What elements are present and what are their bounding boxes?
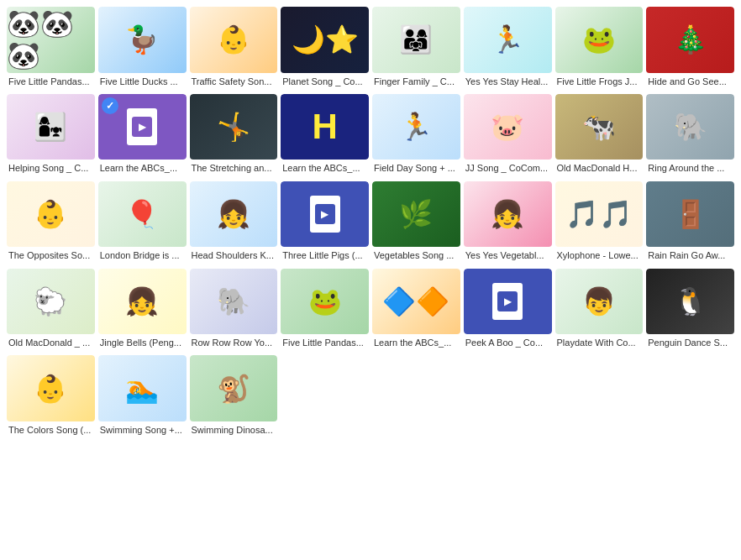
video-item[interactable]: 🌿Vegetables Song ... bbox=[372, 181, 460, 265]
video-item[interactable]: 🎈London Bridge is ... bbox=[98, 181, 187, 265]
video-item[interactable]: 👩‍👧Helping Song _ C... bbox=[7, 94, 95, 178]
video-item[interactable]: 🤸The Stretching an... bbox=[190, 94, 278, 178]
video-thumbnail: 🐘 bbox=[646, 94, 734, 160]
video-item[interactable]: 👦Playdate With Co... bbox=[555, 269, 644, 353]
video-label: Learn the ABCs_... bbox=[281, 160, 369, 177]
video-thumbnail: 🦆 bbox=[98, 7, 187, 73]
video-thumbnail: 👧 bbox=[98, 269, 187, 335]
video-thumbnail: 👧 bbox=[190, 181, 278, 248]
video-item[interactable]: 🐘Row Row Row Yo... bbox=[190, 269, 278, 353]
video-thumbnail: 🐸 bbox=[555, 7, 644, 73]
video-thumbnail: 👨‍👩‍👧 bbox=[372, 7, 460, 73]
video-thumbnail: 🎄 bbox=[646, 7, 734, 73]
video-label: The Stretching an... bbox=[190, 160, 278, 177]
video-item[interactable]: 🐸Five Little Pandas... bbox=[281, 269, 369, 353]
video-item[interactable]: 🏊Swimming Song +... bbox=[98, 355, 187, 439]
video-label: Finger Family _ C... bbox=[372, 73, 460, 91]
video-grid: 🐼🐼🐼Five Little Pandas...🦆Five Little Duc… bbox=[0, 0, 741, 446]
video-thumbnail: 🐼🐼🐼 bbox=[7, 7, 95, 73]
video-label: Five Little Pandas... bbox=[7, 73, 95, 91]
video-thumbnail: 👦 bbox=[555, 269, 644, 335]
video-label: JJ Song _ CoCom... bbox=[464, 160, 552, 177]
video-item[interactable]: 🐧Penguin Dance S... bbox=[646, 269, 734, 353]
video-thumbnail: H bbox=[281, 94, 369, 160]
video-label: Field Day Song + ... bbox=[372, 160, 460, 177]
video-thumbnail: 🐘 bbox=[190, 269, 278, 335]
video-label: Hide and Go See... bbox=[646, 73, 734, 91]
video-item[interactable]: 🐘Ring Around the ... bbox=[646, 94, 734, 178]
video-item[interactable]: 👶The Opposites So... bbox=[7, 181, 95, 265]
video-item[interactable]: 🏃Yes Yes Stay Heal... bbox=[464, 7, 552, 91]
video-item[interactable]: 🔷🔶Learn the ABCs_... bbox=[372, 269, 460, 353]
video-item[interactable]: 🏃Field Day Song + ... bbox=[372, 94, 460, 178]
video-item[interactable]: HLearn the ABCs_... bbox=[281, 94, 369, 178]
video-item[interactable]: 👶The Colors Song (... bbox=[7, 355, 95, 439]
video-label: Playdate With Co... bbox=[555, 334, 644, 352]
video-thumbnail: 👩‍👧 bbox=[7, 94, 95, 160]
video-item[interactable]: 🎄Hide and Go See... bbox=[646, 7, 734, 91]
video-thumbnail: 👶 bbox=[7, 181, 95, 248]
video-label: Three Little Pigs (... bbox=[281, 247, 369, 264]
video-thumbnail: 🏃 bbox=[464, 7, 552, 73]
video-item[interactable]: 🐒Swimming Dinosa... bbox=[190, 355, 278, 439]
video-label: Yes Yes Vegetabl... bbox=[464, 247, 552, 264]
video-thumbnail: ▶✓ bbox=[98, 94, 187, 160]
video-label: Five Little Ducks ... bbox=[98, 73, 187, 91]
video-label: Row Row Row Yo... bbox=[190, 334, 278, 352]
video-item[interactable]: 👧Head Shoulders K... bbox=[190, 181, 278, 265]
video-thumbnail: 🐄 bbox=[555, 94, 644, 160]
video-label: Penguin Dance S... bbox=[646, 334, 734, 352]
video-thumbnail: 🌿 bbox=[372, 181, 460, 248]
video-item[interactable]: 🐸Five Little Frogs J... bbox=[555, 7, 644, 91]
video-thumbnail: 🎈 bbox=[98, 181, 187, 248]
video-label: Learn the ABCs_... bbox=[372, 334, 460, 352]
video-thumbnail: 👶 bbox=[7, 355, 95, 421]
video-label: Ring Around the ... bbox=[646, 160, 734, 177]
video-label: Swimming Song +... bbox=[98, 421, 187, 439]
video-item[interactable]: 🌙⭐Planet Song _ Co... bbox=[281, 7, 369, 91]
video-label: Head Shoulders K... bbox=[190, 247, 278, 264]
video-item[interactable]: ▶✓Learn the ABCs_... bbox=[98, 94, 187, 178]
video-label: Yes Yes Stay Heal... bbox=[464, 73, 552, 91]
video-thumbnail: 🐧 bbox=[646, 269, 734, 335]
video-label: Five Little Frogs J... bbox=[555, 73, 644, 91]
video-label: Traffic Safety Son... bbox=[190, 73, 278, 91]
video-label: The Colors Song (... bbox=[7, 421, 95, 439]
video-label: Peek A Boo _ Co... bbox=[464, 334, 552, 352]
video-thumbnail: 🎵🎵 bbox=[555, 181, 644, 248]
video-label: Five Little Pandas... bbox=[281, 334, 369, 352]
video-thumbnail: 👧 bbox=[464, 181, 552, 248]
video-thumbnail: 🐒 bbox=[190, 355, 278, 421]
video-item[interactable]: 👶Traffic Safety Son... bbox=[190, 7, 278, 91]
video-item[interactable]: 👧Jingle Bells (Peng... bbox=[98, 269, 187, 353]
video-item[interactable]: 🐄Old MacDonald H... bbox=[555, 94, 644, 178]
video-item[interactable]: 🚪Rain Rain Go Aw... bbox=[646, 181, 734, 265]
video-thumbnail: 🐸 bbox=[281, 269, 369, 335]
video-label: Swimming Dinosa... bbox=[190, 421, 278, 439]
video-thumbnail: ▶ bbox=[464, 269, 552, 335]
video-item[interactable]: 🐷JJ Song _ CoCom... bbox=[464, 94, 552, 178]
video-thumbnail: 🏃 bbox=[372, 94, 460, 160]
video-item[interactable]: ▶Peek A Boo _ Co... bbox=[464, 269, 552, 353]
video-item[interactable]: 🎵🎵Xylophone - Lowe... bbox=[555, 181, 644, 265]
video-label: Old MacDonald _ ... bbox=[7, 334, 95, 352]
video-thumbnail: ▶ bbox=[281, 181, 369, 248]
video-thumbnail: 🐑 bbox=[7, 269, 95, 335]
video-item[interactable]: 🦆Five Little Ducks ... bbox=[98, 7, 187, 91]
video-thumbnail: 🌙⭐ bbox=[281, 7, 369, 73]
video-item[interactable]: 👧Yes Yes Vegetabl... bbox=[464, 181, 552, 265]
video-item[interactable]: 🐼🐼🐼Five Little Pandas... bbox=[7, 7, 95, 91]
video-label: Vegetables Song ... bbox=[372, 247, 460, 264]
video-label: Helping Song _ C... bbox=[7, 160, 95, 177]
video-item[interactable]: 👨‍👩‍👧Finger Family _ C... bbox=[372, 7, 460, 91]
video-label: Learn the ABCs_... bbox=[98, 160, 187, 177]
video-label: London Bridge is ... bbox=[98, 247, 187, 264]
video-label: Rain Rain Go Aw... bbox=[646, 247, 734, 264]
video-thumbnail: 🏊 bbox=[98, 355, 187, 421]
video-label: Xylophone - Lowe... bbox=[555, 247, 644, 264]
video-item[interactable]: ▶Three Little Pigs (... bbox=[281, 181, 369, 265]
video-label: The Opposites So... bbox=[7, 247, 95, 264]
video-label: Planet Song _ Co... bbox=[281, 73, 369, 91]
video-item[interactable]: 🐑Old MacDonald _ ... bbox=[7, 269, 95, 353]
video-thumbnail: 👶 bbox=[190, 7, 278, 73]
